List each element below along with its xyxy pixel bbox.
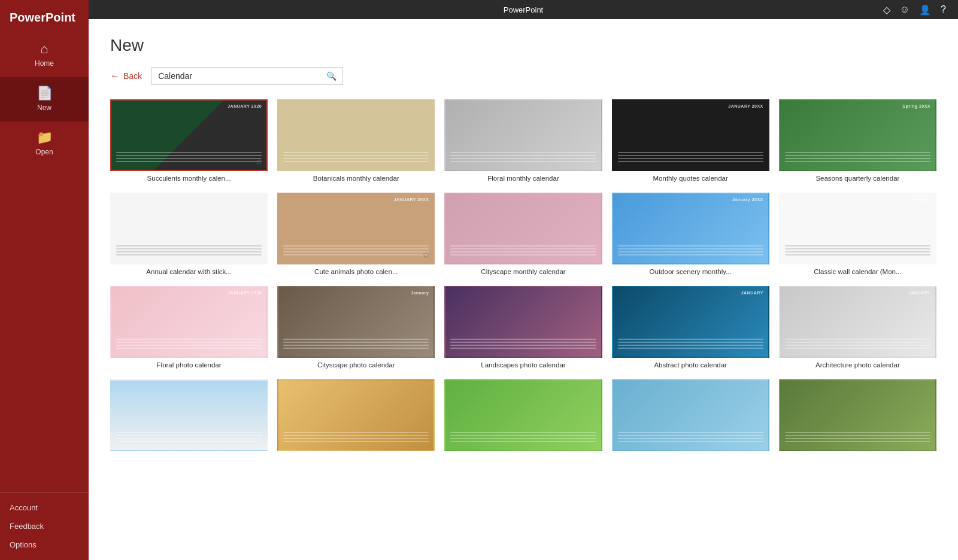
template-label-cute-animals: Cute animals photo calen... xyxy=(277,267,435,276)
template-thumb-abstract: JANUARY xyxy=(612,286,769,358)
sidebar-item-open[interactable]: 📁 Open xyxy=(0,121,89,166)
template-thumb-annual xyxy=(110,193,268,264)
back-button[interactable]: ← Back xyxy=(110,71,142,81)
template-thumb-architecture: JANUARY xyxy=(779,286,936,358)
template-card-row4-4[interactable] xyxy=(612,379,769,454)
search-input[interactable] xyxy=(158,71,326,81)
template-card-floral-photo[interactable]: JANUARY 2020Floral photo calendar xyxy=(110,286,268,370)
sidebar-item-new[interactable]: 📄 New xyxy=(0,77,89,121)
template-card-landscapes[interactable]: Landscapes photo calendar xyxy=(444,286,602,370)
template-card-botanicals[interactable]: Botanicals monthly calendar xyxy=(277,99,435,183)
search-box: 🔍 xyxy=(151,67,343,85)
template-label-floral-photo: Floral photo calendar xyxy=(110,361,268,370)
topbar-icons: ◇ ☺ 👤 ? xyxy=(883,4,946,16)
help-icon[interactable]: ? xyxy=(941,4,946,15)
template-thumb-landscapes xyxy=(444,286,602,358)
template-label-botanicals: Botanicals monthly calendar xyxy=(277,174,435,183)
template-thumb-classic: january xyxy=(779,193,936,264)
template-label-architecture: Architecture photo calendar xyxy=(779,361,936,370)
template-thumb-cityscape xyxy=(444,193,602,264)
template-card-classic[interactable]: januaryClassic wall calendar (Mon... xyxy=(779,193,936,276)
topbar-title: PowerPoint xyxy=(504,5,543,14)
sidebar-item-options[interactable]: Options xyxy=(0,535,89,554)
template-card-row4-1[interactable] xyxy=(110,379,268,454)
template-label-cityscape-photo: Cityscape photo calendar xyxy=(277,361,435,370)
template-label-annual: Annual calendar with stick... xyxy=(110,267,268,276)
template-card-cityscape-photo[interactable]: JanuaryCityscape photo calendar xyxy=(277,286,435,370)
template-label-outdoor: Outdoor scenery monthly... xyxy=(612,267,769,276)
template-thumb-quotes: JANUARY 20XX xyxy=(612,99,769,171)
template-label-abstract: Abstract photo calendar xyxy=(612,361,769,370)
home-icon: ⌂ xyxy=(40,42,48,56)
template-thumb-seasons: Spring 20XX xyxy=(779,99,936,171)
template-card-architecture[interactable]: JANUARYArchitecture photo calendar xyxy=(779,286,936,370)
template-label-landscapes: Landscapes photo calendar xyxy=(444,361,602,370)
template-thumb-floral xyxy=(444,99,602,171)
search-bar: ← Back 🔍 xyxy=(110,67,936,85)
template-label-seasons: Seasons quarterly calendar xyxy=(779,174,936,183)
pin-icon-cute-animals[interactable]: ☆ xyxy=(422,250,430,260)
sidebar-item-home[interactable]: ⌂ Home xyxy=(0,33,89,77)
template-card-cityscape[interactable]: Cityscape monthly calendar xyxy=(444,193,602,276)
pin-icon-succulents[interactable]: ☆ xyxy=(255,157,263,166)
template-card-row4-5[interactable] xyxy=(779,379,936,454)
template-label-classic: Classic wall calendar (Mon... xyxy=(779,267,936,276)
sidebar: PowerPoint ⌂ Home 📄 New 📁 Open Account F… xyxy=(0,0,89,560)
template-thumb-row4-2 xyxy=(277,379,435,451)
sidebar-item-open-label: Open xyxy=(35,148,53,156)
search-icon[interactable]: 🔍 xyxy=(326,71,336,81)
new-doc-icon: 📄 xyxy=(37,87,53,100)
template-card-seasons[interactable]: Spring 20XXSeasons quarterly calendar xyxy=(779,99,936,183)
template-thumb-row4-3 xyxy=(444,379,602,451)
smiley-icon[interactable]: ☺ xyxy=(900,4,910,15)
back-arrow-icon: ← xyxy=(110,71,120,81)
sidebar-nav: ⌂ Home 📄 New 📁 Open xyxy=(0,33,89,492)
template-thumb-floral-photo: JANUARY 2020 xyxy=(110,286,268,358)
sidebar-bottom: Account Feedback Options xyxy=(0,492,89,560)
templates-grid: JANUARY 2020☆Succulents monthly calen...… xyxy=(110,99,936,454)
template-thumb-outdoor: January 20XX xyxy=(612,193,769,264)
template-card-quotes[interactable]: JANUARY 20XXMonthly quotes calendar xyxy=(612,99,769,183)
template-thumb-row4-5 xyxy=(779,379,936,451)
template-card-row4-3[interactable] xyxy=(444,379,602,454)
template-thumb-cityscape-photo: January xyxy=(277,286,435,358)
template-label-quotes: Monthly quotes calendar xyxy=(612,174,769,183)
template-card-annual[interactable]: Annual calendar with stick... xyxy=(110,193,268,276)
template-label-floral: Floral monthly calendar xyxy=(444,174,602,183)
sidebar-item-feedback[interactable]: Feedback xyxy=(0,517,89,535)
template-card-cute-animals[interactable]: JANUARY 20XX☆Cute animals photo calen... xyxy=(277,193,435,276)
back-label: Back xyxy=(123,71,142,81)
main-content: New ← Back 🔍 JANUARY 2020☆Succulents mon… xyxy=(89,19,958,560)
person-icon[interactable]: 👤 xyxy=(919,4,931,16)
template-thumb-botanicals xyxy=(277,99,435,171)
template-label-cityscape: Cityscape monthly calendar xyxy=(444,267,602,276)
template-card-row4-2[interactable] xyxy=(277,379,435,454)
page-title: New xyxy=(110,36,936,55)
template-card-succulents[interactable]: JANUARY 2020☆Succulents monthly calen... xyxy=(110,99,268,183)
sidebar-item-new-label: New xyxy=(37,104,51,112)
template-thumb-row4-4 xyxy=(612,379,769,451)
template-thumb-row4-1 xyxy=(110,379,268,451)
diamond-icon[interactable]: ◇ xyxy=(883,4,890,16)
sidebar-item-account[interactable]: Account xyxy=(0,498,89,517)
folder-icon: 📁 xyxy=(37,131,53,144)
template-card-abstract[interactable]: JANUARYAbstract photo calendar xyxy=(612,286,769,370)
template-label-succulents: Succulents monthly calen... xyxy=(110,174,268,183)
app-brand: PowerPoint xyxy=(0,0,89,33)
topbar: PowerPoint ◇ ☺ 👤 ? xyxy=(89,0,958,19)
template-card-floral[interactable]: Floral monthly calendar xyxy=(444,99,602,183)
template-card-outdoor[interactable]: January 20XXOutdoor scenery monthly... xyxy=(612,193,769,276)
sidebar-item-home-label: Home xyxy=(35,59,54,68)
template-thumb-succulents: JANUARY 2020☆ xyxy=(110,99,268,171)
template-thumb-cute-animals: JANUARY 20XX☆ xyxy=(277,193,435,264)
